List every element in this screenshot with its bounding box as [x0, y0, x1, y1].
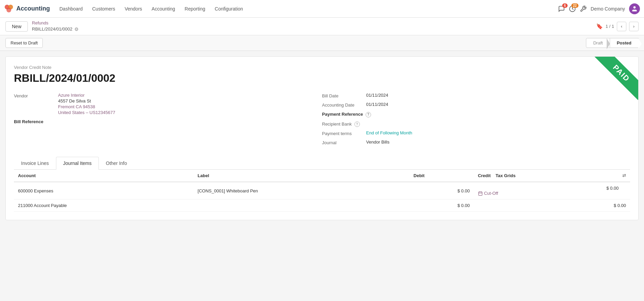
svg-point-4 [633, 6, 636, 8]
bill-date-value: 01/11/2024 [366, 93, 388, 98]
logo-icon [4, 4, 14, 14]
app-name: Accounting [16, 5, 50, 12]
activity-badge: 22 [571, 3, 578, 8]
payment-reference-field-row: Payment Reference ? [322, 111, 630, 117]
bill-reference-label: Bill Reference [14, 118, 58, 124]
main-content: PAID Vendor Credit Note RBILL/2024/01/00… [0, 51, 644, 226]
breadcrumb-current-text: RBILL/2024/01/0002 [32, 26, 72, 32]
cutoff-button[interactable]: Cut-Off [478, 191, 498, 196]
table-header-row: Account Label Debit Credit Tax Grids ⇄ [14, 170, 630, 182]
tab-invoice-lines[interactable]: Invoice Lines [14, 157, 56, 170]
bill-reference-field-row: Bill Reference [14, 118, 322, 124]
form-grid: Vendor Azure Interior 4557 De Silva St F… [14, 93, 630, 149]
bill-date-label: Bill Date [322, 93, 366, 98]
top-navigation: Accounting Dashboard Customers Vendors A… [0, 0, 644, 18]
breadcrumb: Refunds RBILL/2024/01/0002 ⚙ [32, 20, 79, 32]
recipient-bank-help[interactable]: ? [354, 121, 360, 127]
payment-terms-field-row: Payment terms End of Following Month [322, 130, 630, 136]
app-logo[interactable]: Accounting [4, 4, 50, 14]
tools-icon [580, 5, 587, 12]
bookmark-icon[interactable]: 🔖 [596, 23, 603, 30]
status-bar: Reset to Draft Draft Posted [0, 35, 644, 51]
column-account: Account [14, 170, 194, 182]
vendor-label: Vendor [14, 93, 58, 98]
row1-account: 600000 Expenses [14, 182, 194, 200]
next-button[interactable]: › [629, 22, 639, 31]
row2-label [194, 200, 409, 212]
nav-right-section: 6 22 Demo Company [558, 3, 640, 14]
document-type: Vendor Credit Note [14, 65, 630, 70]
journal-field-row: Journal Vendor Bills [322, 139, 630, 145]
breadcrumb-current: RBILL/2024/01/0002 ⚙ [32, 26, 79, 32]
user-avatar[interactable] [629, 3, 640, 14]
form-left: Vendor Azure Interior 4557 De Silva St F… [14, 93, 322, 149]
vendor-address3[interactable]: United States – US12345677 [58, 110, 115, 115]
tab-journal-items[interactable]: Journal Items [56, 157, 99, 170]
form-right: Bill Date 01/11/2024 Accounting Date 01/… [322, 93, 630, 149]
nav-reporting[interactable]: Reporting [181, 4, 209, 14]
vendor-address: Azure Interior 4557 De Silva St Fremont … [58, 93, 115, 115]
row1-label: [CONS_0001] Whiteboard Pen [194, 182, 409, 200]
nav-accounting[interactable]: Accounting [148, 4, 179, 14]
nav-configuration[interactable]: Configuration [211, 4, 247, 14]
column-debit: Debit [409, 170, 474, 182]
row1-debit: $ 0.00 [409, 182, 474, 200]
column-credit: Credit Tax Grids ⇄ [474, 170, 630, 182]
document-number: RBILL/2024/01/0002 [14, 72, 630, 84]
company-name[interactable]: Demo Company [591, 6, 625, 12]
accounting-date-value: 01/11/2024 [366, 102, 388, 107]
prev-button[interactable]: ‹ [617, 22, 626, 31]
avatar-icon [631, 5, 638, 12]
svg-rect-5 [478, 192, 482, 195]
recipient-bank-label: Recipient Bank ? [322, 121, 366, 127]
status-steps: Draft Posted [586, 38, 639, 48]
reset-draft-button[interactable]: Reset to Draft [5, 38, 43, 48]
journal-value: Vendor Bills [366, 139, 390, 145]
activity-button[interactable]: 22 [569, 5, 576, 12]
nav-dashboard[interactable]: Dashboard [55, 4, 87, 14]
journal-label: Journal [322, 139, 366, 145]
notifications-badge: 6 [562, 3, 568, 8]
vendor-address2[interactable]: Fremont CA 94538 [58, 104, 115, 109]
column-label: Label [194, 170, 409, 182]
row2-debit: $ 0.00 [409, 200, 474, 212]
table-settings-icon[interactable]: ⇄ [622, 173, 626, 178]
breadcrumb-parent[interactable]: Refunds [32, 20, 79, 26]
tools-button[interactable] [580, 5, 587, 12]
action-bar: New Refunds RBILL/2024/01/0002 ⚙ 🔖 1 / 1… [0, 18, 644, 35]
status-posted[interactable]: Posted [610, 38, 639, 48]
calendar-icon [478, 191, 483, 196]
document-card: PAID Vendor Credit Note RBILL/2024/01/00… [5, 56, 639, 220]
payment-reference-help[interactable]: ? [366, 112, 371, 117]
payment-terms-value[interactable]: End of Following Month [366, 130, 412, 135]
vendor-address1: 4557 De Silva St [58, 98, 115, 104]
row2-account: 211000 Account Payable [14, 200, 194, 212]
settings-gear-icon[interactable]: ⚙ [74, 26, 79, 32]
bill-date-field-row: Bill Date 01/11/2024 [322, 93, 630, 98]
page-counter: 1 / 1 [606, 24, 614, 29]
row1-credit: $ 0.00 Cut-Off [474, 182, 630, 200]
nav-vendors[interactable]: Vendors [121, 4, 146, 14]
tab-other-info[interactable]: Other Info [99, 157, 134, 170]
nav-customers[interactable]: Customers [88, 4, 119, 14]
recipient-bank-field-row: Recipient Bank ? [322, 121, 630, 127]
svg-point-2 [6, 7, 11, 12]
table-row: 600000 Expenses [CONS_0001] Whiteboard P… [14, 182, 630, 200]
notifications-button[interactable]: 6 [558, 5, 565, 12]
table-row: 211000 Account Payable $ 0.00 $ 0.00 [14, 200, 630, 212]
journal-items-table: Account Label Debit Credit Tax Grids ⇄ 6… [14, 170, 630, 212]
accounting-date-field-row: Accounting Date 01/11/2024 [322, 102, 630, 108]
navigation-arrows: 🔖 1 / 1 ‹ › [596, 22, 639, 31]
payment-reference-label: Payment Reference ? [322, 111, 371, 117]
row2-credit: $ 0.00 [474, 200, 630, 212]
accounting-date-label: Accounting Date [322, 102, 366, 108]
new-button[interactable]: New [5, 21, 28, 32]
payment-terms-label: Payment terms [322, 130, 366, 136]
vendor-name[interactable]: Azure Interior [58, 93, 115, 98]
vendor-field-row: Vendor Azure Interior 4557 De Silva St F… [14, 93, 322, 115]
tabs-bar: Invoice Lines Journal Items Other Info [14, 157, 630, 170]
